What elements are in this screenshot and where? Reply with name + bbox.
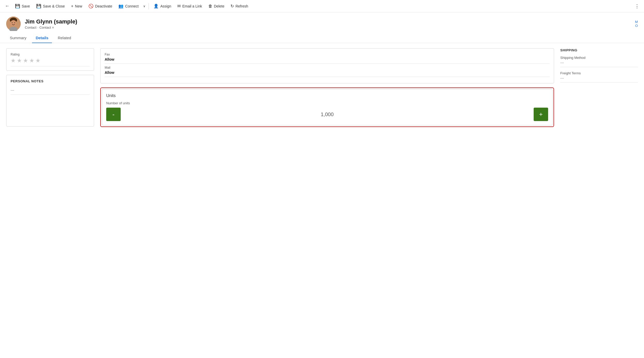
toolbar-divider <box>149 3 149 9</box>
mail-allow-value: Allow <box>105 70 550 77</box>
rating-stars: ★ ★ ★ ★ ★ <box>11 57 90 64</box>
more-button[interactable]: ⋮ <box>633 2 641 11</box>
shipping-method-field: Shipping Method --- <box>560 56 638 67</box>
connect-label: Connect <box>125 4 139 8</box>
units-minus-button[interactable]: - <box>106 108 121 121</box>
units-card-outer: Units Number of units - 1,000 + <box>100 87 554 127</box>
save-icon: 💾 <box>15 4 20 9</box>
save-close-icon: 💾 <box>36 4 41 9</box>
new-button[interactable]: + New <box>68 2 85 10</box>
rating-card: Rating ★ ★ ★ ★ ★ <box>6 48 94 71</box>
shipping-section: SHIPPING Shipping Method --- Freight Ter… <box>560 48 638 87</box>
connect-icon: 👥 <box>118 4 124 9</box>
delete-button[interactable]: 🗑 Delete <box>206 2 227 10</box>
refresh-label: Refresh <box>235 4 248 8</box>
record-subtitle: Contact · Contact ∨ <box>25 26 77 29</box>
main-content: Rating ★ ★ ★ ★ ★ PERSONAL NOTES --- Fax … <box>0 43 644 132</box>
avatar <box>6 17 21 31</box>
save-close-label: Save & Close <box>43 4 65 8</box>
deactivate-icon: 🚫 <box>88 4 94 9</box>
email-link-button[interactable]: ✉ Email a Link <box>175 2 204 10</box>
contact-info-card: Fax Allow Mail Allow <box>100 48 554 83</box>
middle-column: Fax Allow Mail Allow Units Number of uni… <box>100 48 554 127</box>
tabs: Summary Details Related <box>0 33 644 43</box>
back-button[interactable]: ← <box>3 2 11 10</box>
star-5[interactable]: ★ <box>35 57 41 64</box>
deactivate-button[interactable]: 🚫 Deactivate <box>86 2 115 10</box>
svg-point-4 <box>14 22 15 23</box>
units-title: Units <box>106 93 548 98</box>
save-label: Save <box>22 4 30 8</box>
refresh-button[interactable]: ↻ Refresh <box>228 2 251 10</box>
freight-terms-label: Freight Terms <box>560 71 638 75</box>
connect-chevron-button[interactable]: ∨ <box>142 3 147 10</box>
svg-point-2 <box>10 20 17 26</box>
personal-notes-card: PERSONAL NOTES --- <box>6 75 94 126</box>
mail-label: Mail <box>105 66 550 69</box>
personal-notes-title: PERSONAL NOTES <box>11 79 90 83</box>
header-status: O <box>635 24 638 28</box>
freight-terms-value: --- <box>560 76 638 83</box>
email-link-label: Email a Link <box>182 4 202 8</box>
refresh-icon: ↻ <box>231 4 234 9</box>
deactivate-label: Deactivate <box>95 4 112 8</box>
record-chevron-icon[interactable]: ∨ <box>52 26 54 29</box>
assign-label: Assign <box>160 4 171 8</box>
left-column: Rating ★ ★ ★ ★ ★ PERSONAL NOTES --- <box>6 48 94 127</box>
tab-summary[interactable]: Summary <box>6 33 30 43</box>
assign-button[interactable]: 👤 Assign <box>151 2 174 10</box>
right-column: SHIPPING Shipping Method --- Freight Ter… <box>560 48 638 127</box>
save-button[interactable]: 💾 Save <box>12 2 33 10</box>
record-header: Jim Glynn (sample) Contact · Contact ∨ M… <box>0 12 644 31</box>
save-close-button[interactable]: 💾 Save & Close <box>34 2 67 10</box>
freight-terms-field: Freight Terms --- <box>560 71 638 83</box>
star-4[interactable]: ★ <box>29 57 34 64</box>
star-1[interactable]: ★ <box>11 57 16 64</box>
fax-allow-value: Allow <box>105 57 550 64</box>
header-initial: M <box>635 20 638 24</box>
units-card: Units Number of units - 1,000 + <box>102 89 553 125</box>
units-field-label: Number of units <box>106 101 548 105</box>
new-icon: + <box>71 4 73 9</box>
shipping-title: SHIPPING <box>560 48 638 52</box>
new-label: New <box>75 4 82 8</box>
more-icon: ⋮ <box>635 4 639 9</box>
subtitle-dot: · <box>37 26 39 29</box>
units-controls: - 1,000 + <box>106 108 548 121</box>
shipping-method-label: Shipping Method <box>560 56 638 60</box>
units-value: 1,000 <box>124 112 531 117</box>
chevron-down-icon: ∨ <box>143 4 145 8</box>
tab-details[interactable]: Details <box>32 33 52 43</box>
tab-related[interactable]: Related <box>54 33 75 43</box>
star-2[interactable]: ★ <box>17 57 22 64</box>
record-info: Jim Glynn (sample) Contact · Contact ∨ <box>25 18 77 29</box>
email-link-icon: ✉ <box>177 4 181 9</box>
rating-label: Rating <box>11 53 90 56</box>
fax-label: Fax <box>105 53 550 56</box>
personal-notes-value: --- <box>11 86 90 95</box>
toolbar: ← 💾 Save 💾 Save & Close + New 🚫 Deactiva… <box>0 0 644 12</box>
assign-icon: 👤 <box>154 4 159 9</box>
header-right: M O <box>635 20 638 28</box>
delete-icon: 🗑 <box>208 4 212 9</box>
shipping-method-value: --- <box>560 61 638 67</box>
plus-icon: + <box>539 111 543 118</box>
record-subtype: Contact <box>39 26 51 29</box>
record-title: Jim Glynn (sample) <box>25 18 77 25</box>
connect-button[interactable]: 👥 Connect <box>116 2 141 10</box>
record-type: Contact <box>25 26 36 29</box>
star-3[interactable]: ★ <box>23 57 28 64</box>
svg-point-3 <box>12 22 13 23</box>
units-plus-button[interactable]: + <box>534 108 548 121</box>
delete-label: Delete <box>214 4 224 8</box>
minus-icon: - <box>112 111 114 118</box>
